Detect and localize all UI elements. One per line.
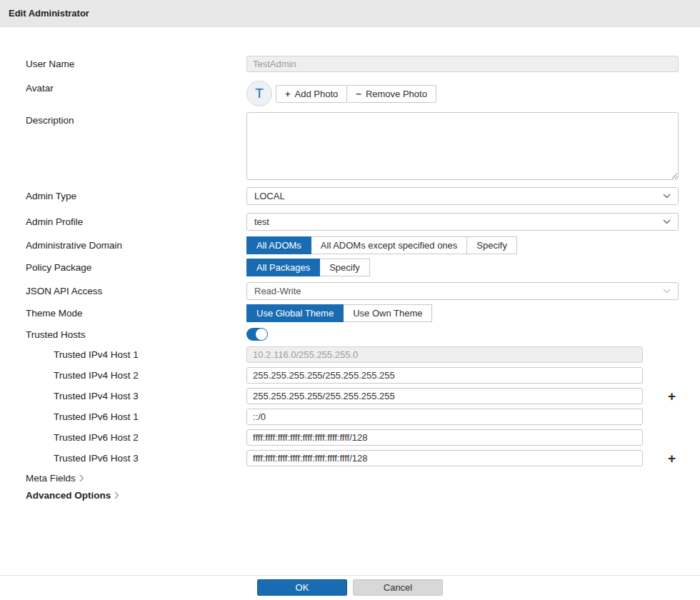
remove-photo-label: Remove Photo <box>366 89 427 99</box>
json-api-access-value: Read-Write <box>254 286 301 296</box>
trusted-ipv4-host-3-input[interactable] <box>246 388 643 404</box>
admin-profile-label: Admin Profile <box>26 216 246 227</box>
ok-button[interactable]: OK <box>257 579 347 596</box>
description-textarea[interactable] <box>246 112 679 180</box>
description-row: Description <box>26 112 679 180</box>
trusted-ipv4-host-1-label: Trusted IPv4 Host 1 <box>26 349 246 360</box>
admin-type-row: Admin Type LOCAL <box>26 187 679 205</box>
theme-mode-segmented: Use Global Theme Use Own Theme <box>246 304 432 322</box>
admin-profile-row: Admin Profile test <box>26 213 679 231</box>
avatar-row: Avatar T + Add Photo − Remove Photo <box>26 81 679 106</box>
policy-package-label: Policy Package <box>26 262 246 273</box>
plus-icon: + <box>285 89 291 99</box>
trusted-ipv6-host-3-input[interactable] <box>246 450 643 466</box>
trusted-hosts-row: Trusted Hosts <box>26 328 679 341</box>
toggle-knob-icon <box>256 329 267 340</box>
advanced-options-section-toggle[interactable]: Advanced Options <box>26 490 119 501</box>
policy-package-segmented: All Packages Specify <box>246 259 370 276</box>
trusted-host-row: Trusted IPv6 Host 2 <box>26 429 679 446</box>
chevron-right-icon <box>114 491 119 499</box>
admin-profile-select[interactable]: test <box>246 213 679 231</box>
trusted-ipv4-host-1-input <box>246 346 643 363</box>
theme-mode-row: Theme Mode Use Global Theme Use Own Them… <box>26 304 679 322</box>
policy-package-row: Policy Package All Packages Specify <box>26 259 679 276</box>
use-own-theme-button[interactable]: Use Own Theme <box>343 304 432 322</box>
trusted-host-row: Trusted IPv4 Host 2 <box>26 367 679 384</box>
administrative-domain-label: Administrative Domain <box>26 240 246 251</box>
avatar: T <box>246 81 272 106</box>
meta-fields-section-toggle[interactable]: Meta Fields <box>26 473 84 484</box>
advanced-options-label: Advanced Options <box>26 490 111 501</box>
trusted-ipv4-host-3-label: Trusted IPv4 Host 3 <box>26 391 246 401</box>
description-label: Description <box>26 112 246 126</box>
adom-all-except-button[interactable]: All ADOMs except specified ones <box>311 236 467 254</box>
trusted-host-row: Trusted IPv4 Host 1 <box>26 346 679 363</box>
plus-icon: + <box>668 389 676 404</box>
trusted-host-row: Trusted IPv4 Host 3 + <box>26 388 679 404</box>
trusted-host-row: Trusted IPv6 Host 1 <box>26 409 679 425</box>
edit-administrator-dialog: Edit Administrator User Name Avatar T + … <box>0 0 700 600</box>
meta-fields-label: Meta Fields <box>26 473 76 484</box>
add-ipv4-host-button[interactable]: + <box>668 389 676 403</box>
remove-photo-button[interactable]: − Remove Photo <box>346 85 436 103</box>
adom-all-adoms-button[interactable]: All ADOMs <box>246 236 311 254</box>
trusted-ipv4-host-2-input[interactable] <box>246 367 643 384</box>
adom-specify-button[interactable]: Specify <box>466 236 517 254</box>
chevron-down-icon <box>663 194 671 199</box>
trusted-ipv6-host-2-label: Trusted IPv6 Host 2 <box>26 432 246 443</box>
avatar-initial: T <box>255 86 264 101</box>
add-photo-label: Add Photo <box>295 89 339 99</box>
admin-type-value: LOCAL <box>254 191 285 201</box>
cancel-button[interactable]: Cancel <box>353 579 443 596</box>
dialog-title: Edit Administrator <box>9 8 89 19</box>
avatar-label: Avatar <box>26 81 246 94</box>
chevron-right-icon <box>79 474 84 482</box>
minus-icon: − <box>356 89 361 99</box>
plus-icon: + <box>668 451 676 466</box>
add-photo-button[interactable]: + Add Photo <box>276 85 347 103</box>
json-api-access-select[interactable]: Read-Write <box>246 282 679 300</box>
user-name-row: User Name <box>26 56 679 72</box>
add-ipv6-host-button[interactable]: + <box>668 451 676 465</box>
admin-type-label: Admin Type <box>26 191 246 201</box>
trusted-ipv6-host-3-label: Trusted IPv6 Host 3 <box>26 453 246 464</box>
trusted-hosts-toggle[interactable] <box>246 328 268 341</box>
policy-all-packages-button[interactable]: All Packages <box>246 259 320 276</box>
admin-profile-value: test <box>254 216 269 227</box>
user-name-input <box>246 56 679 72</box>
trusted-ipv6-host-1-input[interactable] <box>246 409 643 425</box>
use-global-theme-button[interactable]: Use Global Theme <box>246 304 344 322</box>
administrative-domain-segmented: All ADOMs All ADOMs except specified one… <box>246 236 517 254</box>
trusted-ipv4-host-2-label: Trusted IPv4 Host 2 <box>26 370 246 381</box>
form-content: User Name Avatar T + Add Photo − Remove … <box>0 27 700 507</box>
trusted-ipv6-host-2-input[interactable] <box>246 429 643 446</box>
administrative-domain-row: Administrative Domain All ADOMs All ADOM… <box>26 236 679 254</box>
trusted-host-row: Trusted IPv6 Host 3 + <box>26 450 679 466</box>
json-api-access-row: JSON API Access Read-Write <box>26 282 679 300</box>
json-api-access-label: JSON API Access <box>26 286 246 296</box>
dialog-footer: OK Cancel <box>0 575 700 600</box>
dialog-header: Edit Administrator <box>0 0 700 27</box>
admin-type-select[interactable]: LOCAL <box>246 187 679 205</box>
chevron-down-icon <box>663 289 671 294</box>
theme-mode-label: Theme Mode <box>26 308 246 319</box>
user-name-label: User Name <box>26 59 246 69</box>
trusted-hosts-label: Trusted Hosts <box>26 329 246 340</box>
chevron-down-icon <box>663 219 671 224</box>
policy-specify-button[interactable]: Specify <box>319 259 370 276</box>
trusted-ipv6-host-1-label: Trusted IPv6 Host 1 <box>26 411 246 422</box>
